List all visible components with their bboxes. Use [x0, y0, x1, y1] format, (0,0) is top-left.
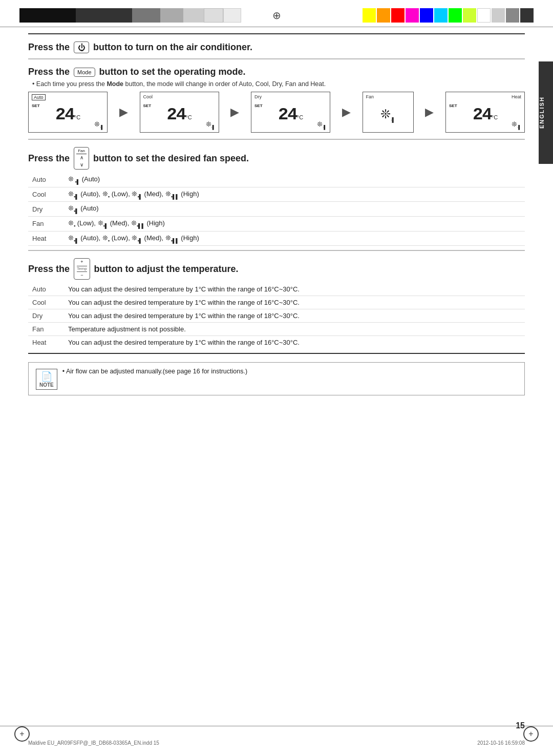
mode-display-heat: Heat SET 24 °C ❊·▌ [445, 92, 525, 133]
press-the-temp: Press the [28, 264, 70, 275]
fan-row-dry: Dry ❊▪▌ (Auto) [28, 202, 525, 217]
mode-temp-dry: 24 °C [278, 105, 303, 124]
temp-desc-dry: You can adjust the desired temperature b… [64, 309, 525, 322]
temp-desc-fan: Temperature adjustment is not possible. [64, 322, 525, 335]
fan-row-cool: Cool ❊▪▌ (Auto), ❊▪ (Low), ❊▪▌ (Med), ❊▪… [28, 187, 525, 202]
fan-speed-heading: Press the Fan ∧ ∨ button to set the desi… [28, 147, 525, 170]
compass-plus-left: + [19, 730, 24, 738]
mode-fan-dry: ❊·▌ [317, 120, 327, 130]
mode-btn-label: Mode [77, 69, 92, 75]
temp-desc-auto: You can adjust the desired temperature b… [64, 283, 525, 296]
mode-set-auto: SET [32, 103, 40, 108]
arrow-4: ▶ [425, 106, 434, 119]
mode-fan-icon-only: ❊·▌ [380, 107, 395, 122]
fan-mode-heat: Heat [28, 231, 64, 246]
fan-row-fan: Fan ❊▪ (Low), ❊▪▌ (Med), ❊▪▌▌ (High) [28, 216, 525, 231]
mode-diagrams: Auto SET 24 °C ❊·▌ ▶ Cool SET 24 °C ❊·▌ … [28, 92, 525, 133]
fan-row-auto: Auto ❊ ▪▌ (Auto) [28, 173, 525, 187]
bottom-right-compass: + [523, 726, 539, 742]
mode-cool-label: Cool [143, 94, 153, 99]
mode-set-cool: SET [143, 103, 152, 108]
fan-desc-cool: ❊▪▌ (Auto), ❊▪ (Low), ❊▪▌ (Med), ❊▪▌▌ (H… [64, 187, 525, 202]
power-heading: Press the ⏻ button to turn on the air co… [28, 41, 525, 53]
note-content: Air flow can be adjusted manually.(see p… [66, 368, 247, 375]
temp-row-auto: Auto You can adjust the desired temperat… [28, 283, 525, 296]
fan-mode-dry: Dry [28, 202, 64, 217]
temp-row-fan: Fan Temperature adjustment is not possib… [28, 322, 525, 335]
mode-temp-heat: 24 °C [473, 105, 498, 124]
note-label: NOTE [39, 382, 54, 388]
mode-heading-text: button to set the operating mode. [99, 67, 246, 77]
arrow-2: ▶ [230, 106, 239, 119]
fan-desc-fan: ❊▪ (Low), ❊▪▌ (Med), ❊▪▌▌ (High) [64, 216, 525, 231]
press-the-fan: Press the [28, 153, 70, 164]
arrow-1: ▶ [119, 106, 128, 119]
press-the-mode: Press the [28, 67, 70, 77]
temp-mode-heat: Heat [28, 335, 64, 349]
mode-note: • Each time you press the Mode button, t… [32, 80, 525, 88]
temp-row-cool: Cool You can adjust the desired temperat… [28, 296, 525, 309]
compass-plus-right: + [528, 730, 533, 738]
temp-mode-auto: Auto [28, 283, 64, 296]
fan-button-icon: Fan ∧ ∨ [74, 147, 89, 170]
note-icon: 📄 NOTE [36, 369, 57, 390]
temp-heading-text: button to adjust the temperature. [94, 264, 239, 275]
power-button-icon: ⏻ [74, 41, 89, 53]
mode-button-icon: Mode [74, 68, 95, 77]
power-heading-text: button to turn on the air conditioner. [93, 42, 252, 53]
fan-desc-heat: ❊▪▌ (Auto), ❊▪ (Low), ❊▪▌ (Med), ❊▪▌▌ (H… [64, 231, 525, 246]
mode-set-dry: SET [254, 103, 263, 108]
mode-display-dry: Dry SET 24 °C ❊·▌ [251, 92, 330, 133]
fan-speed-heading-text: button to set the desired fan speed. [93, 153, 249, 164]
temp-mode-dry: Dry [28, 309, 64, 322]
mode-heading: Press the Mode button to set the operati… [28, 67, 525, 77]
fan-row-heat: Heat ❊▪▌ (Auto), ❊▪ (Low), ❊▪▌ (Med), ❊▪… [28, 231, 525, 246]
fan-mode-cool: Cool [28, 187, 64, 202]
mode-temp-auto: 24 °C [55, 105, 80, 124]
mode-fan-heat: ❊·▌ [512, 120, 521, 130]
mode-auto-label: Auto [32, 94, 46, 100]
section-mode: Press the Mode button to set the operati… [28, 59, 525, 139]
temp-row-dry: Dry You can adjust the desired temperatu… [28, 309, 525, 322]
note-box: 📄 NOTE • Air flow can be adjusted manual… [28, 362, 525, 395]
mode-temp-cool: 24 °C [166, 105, 192, 124]
temp-desc-heat: You can adjust the desired temperature b… [64, 335, 525, 349]
section-temperature: Press the + Temp − button to adjust the … [28, 250, 525, 354]
temp-table: Auto You can adjust the desired temperat… [28, 283, 525, 349]
mode-heat-label: Heat [512, 94, 521, 99]
section-fan-speed: Press the Fan ∧ ∨ button to set the desi… [28, 139, 525, 250]
fan-mode-fan: Fan [28, 216, 64, 231]
fan-speed-table: Auto ❊ ▪▌ (Auto) Cool ❊▪▌ (Auto), ❊▪ (Lo… [28, 173, 525, 246]
temp-mode-fan: Fan [28, 322, 64, 335]
footer-left: Maldive EU_AR09FSFP@_IB_DB68-03365A_EN.i… [28, 740, 159, 746]
section-power: Press the ⏻ button to turn on the air co… [28, 33, 525, 59]
mode-fan-label: Fan [366, 94, 374, 99]
arrow-3: ▶ [342, 106, 351, 119]
note-text: • Air flow can be adjusted manually.(see… [62, 368, 247, 375]
fan-desc-auto: ❊ ▪▌ (Auto) [64, 173, 525, 187]
temp-mode-cool: Cool [28, 296, 64, 309]
footer-right: 2012-10-16 16:59:08 [477, 740, 525, 746]
fan-desc-dry: ❊▪▌ (Auto) [64, 202, 525, 217]
press-the-power: Press the [28, 42, 70, 53]
mode-fan-cool: ❊·▌ [206, 120, 216, 130]
mode-fan-auto: ❊·▌ [94, 120, 104, 130]
mode-set-heat: SET [449, 103, 457, 108]
temp-row-heat: Heat You can adjust the desired temperat… [28, 335, 525, 349]
temp-button-icon: + Temp − [74, 258, 90, 280]
temp-heading: Press the + Temp − button to adjust the … [28, 258, 525, 280]
english-sidebar: ENGLISH [539, 61, 553, 164]
temp-desc-cool: You can adjust the desired temperature b… [64, 296, 525, 309]
mode-dry-label: Dry [254, 94, 262, 99]
mode-display-cool: Cool SET 24 °C ❊·▌ [140, 92, 219, 133]
bottom-left-compass: + [14, 726, 30, 742]
fan-mode-auto: Auto [28, 173, 64, 187]
note-doc-icon: 📄 [41, 371, 52, 382]
mode-display-auto: Auto SET 24 °C ❊·▌ [28, 92, 108, 133]
mode-display-fan: Fan ❊·▌ [363, 92, 414, 133]
